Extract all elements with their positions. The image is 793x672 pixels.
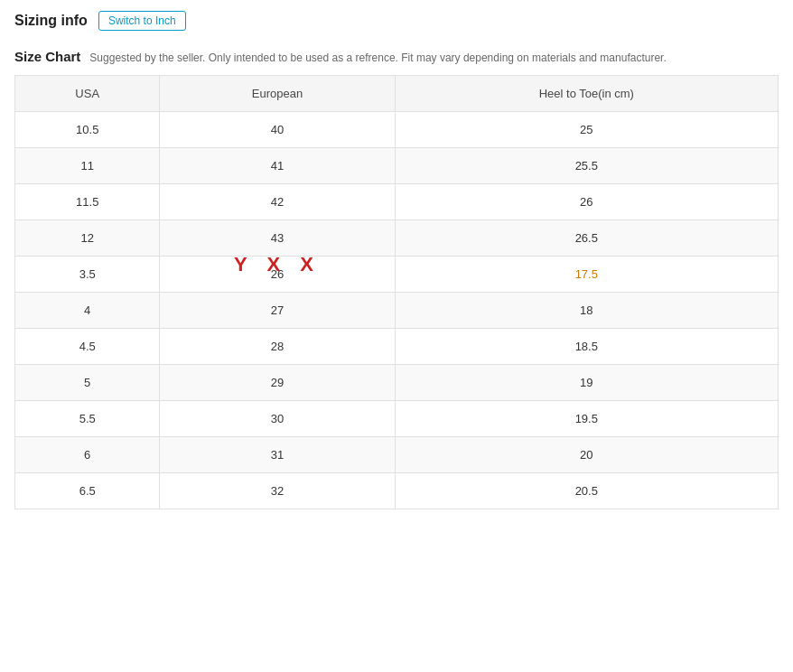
cell-european: 32 <box>160 473 395 509</box>
cell-european: 40 <box>160 112 395 148</box>
cell-european: 43 <box>160 220 395 257</box>
col-header-heel-to-toe: Heel to Toe(in cm) <box>395 76 778 112</box>
cell-european: 27 <box>160 293 395 329</box>
cell-usa: 12 <box>15 220 160 257</box>
cell-heel-to-toe: 19 <box>395 365 778 401</box>
switch-to-inch-button[interactable]: Switch to Inch <box>98 11 186 31</box>
cell-heel-to-toe: 18 <box>395 293 778 329</box>
table-header-row: USA European Heel to Toe(in cm) <box>15 76 779 112</box>
size-chart-note: Suggested by the seller. Only intended t… <box>89 51 666 64</box>
cell-european: 29 <box>160 365 395 401</box>
size-chart-header: Size Chart Suggested by the seller. Only… <box>14 49 779 64</box>
cell-european: 31 <box>160 437 395 473</box>
yxx-overlay-text: Y X X <box>234 253 321 276</box>
cell-heel-to-toe: 26 <box>395 184 778 220</box>
table-row: 114125.5 <box>15 148 779 184</box>
cell-european: 28 <box>160 329 395 365</box>
sizing-header: Sizing info Switch to Inch <box>14 11 779 31</box>
table-row: 10.54025 <box>15 112 779 148</box>
table-row: 52919 <box>15 365 779 401</box>
cell-usa: 5 <box>15 365 160 401</box>
cell-heel-to-toe: 20 <box>395 437 778 473</box>
cell-heel-to-toe: 25 <box>395 112 778 148</box>
cell-heel-to-toe: 19.5 <box>395 401 778 437</box>
cell-heel-to-toe: 26.5 <box>395 220 778 257</box>
table-row: 42718 <box>15 293 779 329</box>
cell-usa: 4.5 <box>15 329 160 365</box>
cell-usa: 6.5 <box>15 473 160 509</box>
cell-european: 30 <box>160 401 395 437</box>
cell-usa: 3.5 <box>15 257 160 293</box>
cell-european: 42 <box>160 184 395 220</box>
table-row: 4.52818.5 <box>15 329 779 365</box>
cell-heel-to-toe: 20.5 <box>395 473 778 509</box>
cell-usa: 11 <box>15 148 160 184</box>
cell-usa: 10.5 <box>15 112 160 148</box>
cell-european: 26Y X X <box>160 257 395 293</box>
size-chart-table: USA European Heel to Toe(in cm) 10.54025… <box>14 75 779 509</box>
col-header-usa: USA <box>15 76 160 112</box>
table-row: 5.53019.5 <box>15 401 779 437</box>
cell-heel-to-toe: 18.5 <box>395 329 778 365</box>
cell-heel-to-toe: 25.5 <box>395 148 778 184</box>
table-row: 124326.5 <box>15 220 779 257</box>
size-chart-title: Size Chart <box>14 49 80 64</box>
col-header-european: European <box>160 76 395 112</box>
cell-usa: 6 <box>15 437 160 473</box>
table-row: 3.526Y X X17.5 <box>15 257 779 293</box>
cell-usa: 11.5 <box>15 184 160 220</box>
table-row: 6.53220.5 <box>15 473 779 509</box>
cell-usa: 5.5 <box>15 401 160 437</box>
cell-usa: 4 <box>15 293 160 329</box>
table-row: 11.54226 <box>15 184 779 220</box>
cell-european: 41 <box>160 148 395 184</box>
table-row: 63120 <box>15 437 779 473</box>
cell-heel-to-toe: 17.5 <box>395 257 778 293</box>
sizing-info-title: Sizing info <box>14 13 88 29</box>
